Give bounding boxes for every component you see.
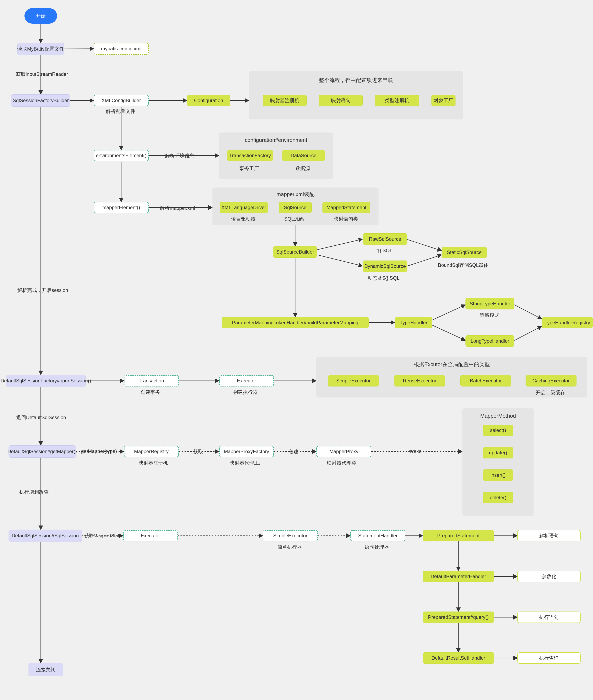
label-retdss: 返回DefaultSqlSession bbox=[16, 414, 66, 421]
node-dssss: DefaultSqlSession#SqlSession bbox=[8, 529, 82, 542]
label-createtx: 创建事务 bbox=[141, 389, 160, 396]
label-getmapper: getMapper(type) bbox=[81, 448, 117, 454]
node-datasource: DataSource bbox=[282, 150, 325, 161]
node-ol4: 执行查询 bbox=[517, 652, 581, 664]
label-mregcn: 映射器注册机 bbox=[139, 460, 168, 466]
node-th: TypeHandler bbox=[395, 317, 432, 328]
group-title-4: 根据Excutor在全局配置中的类型 bbox=[316, 361, 587, 368]
label-langdrv: 语言驱动器 bbox=[231, 216, 256, 222]
node-ssb: SqlSourceBuilder bbox=[273, 246, 317, 258]
node-xld: XMLLanguageDriver bbox=[220, 202, 268, 213]
label-simexec: 简单执行器 bbox=[277, 544, 302, 550]
node-bate: BatchExecutor bbox=[461, 375, 511, 386]
label-inputstream: 获取inputStreamReader bbox=[16, 71, 68, 77]
node-mreg: MapperRegistry bbox=[124, 446, 179, 457]
node-mapperstmt: 映射语句 bbox=[319, 95, 363, 106]
label-crud: 执行增删改查 bbox=[19, 489, 49, 495]
node-readcfg: 读取MyBatis配置文件 bbox=[17, 43, 64, 55]
node-dph: DefaultParameterHandler bbox=[423, 571, 494, 582]
node-mstmt: MappedStatement bbox=[322, 202, 370, 213]
label-mapstmtcls: 映射语句类 bbox=[334, 216, 358, 222]
node-psq: PreparedStatement#query() bbox=[423, 612, 494, 623]
node-cace: CachingExecutor bbox=[525, 375, 577, 386]
node-sth: StringTypeHandler bbox=[466, 298, 514, 309]
node-exec: Executor bbox=[219, 375, 274, 386]
node-objfactory: 对象工厂 bbox=[431, 95, 456, 106]
node-ol1: 解析语句 bbox=[517, 530, 581, 542]
node-pmth: ParameterMappingTokenHandler#buildParame… bbox=[222, 317, 369, 328]
node-lth: LongTypeHandler bbox=[466, 335, 514, 347]
group-title-5: MapperMethod bbox=[463, 413, 534, 419]
label-l2cache: 开启二级缓存 bbox=[536, 389, 565, 396]
node-ol2: 参数化 bbox=[517, 571, 581, 582]
node-cfgfile: mybatis-config.xml bbox=[94, 43, 149, 54]
node-mapperreg: 映射器注册机 bbox=[263, 95, 307, 106]
node-simex: SimpleExecutor bbox=[263, 530, 318, 542]
label-strategy: 策略模式 bbox=[480, 312, 499, 319]
label-createexec: 创建执行器 bbox=[233, 389, 258, 396]
node-tx: Transaction bbox=[124, 375, 179, 386]
group-title-3: mapper.xml装配 bbox=[212, 191, 379, 198]
label-stmthandler: 语句处理器 bbox=[365, 544, 389, 550]
node-reue: ReuseExecutor bbox=[394, 375, 445, 386]
label-boundsql: BoundSql存储SQL载体 bbox=[438, 262, 488, 268]
node-close: 连接关闭 bbox=[29, 663, 63, 676]
label-dynsql: 动态及${} SQL bbox=[368, 275, 399, 281]
node-xmlcfg: XMLConfigBuilder bbox=[94, 95, 149, 106]
node-delete: delete() bbox=[483, 492, 513, 503]
node-envel: environmentsElement() bbox=[94, 150, 149, 161]
node-drsh: DefaultResultSetHandler bbox=[423, 652, 494, 664]
node-select: select() bbox=[483, 425, 513, 436]
node-ps: PreparedStatement bbox=[423, 530, 494, 542]
node-dssgm: DefaultSqlSession#getMapper() bbox=[8, 445, 76, 457]
node-txfactory: TransactionFactory bbox=[227, 150, 273, 161]
node-dynss: DynamicSqlSource bbox=[363, 260, 407, 272]
label-txfactory: 事务工厂 bbox=[239, 165, 259, 172]
label-numsql: #{} SQL bbox=[375, 248, 392, 253]
node-insert: insert() bbox=[483, 470, 513, 481]
node-stmth: StatementHandler bbox=[350, 530, 405, 542]
node-rawss: RawSqlSource bbox=[363, 233, 407, 245]
node-ol3: 执行语句 bbox=[517, 612, 581, 623]
label-sqlsrc: SQL源码 bbox=[284, 216, 304, 222]
label-parsemapper: 解析mapper.xml bbox=[160, 205, 195, 211]
node-dsfopen: DefaultSqlSessionFactory#openSession() bbox=[6, 375, 86, 387]
label-parseenv: 解析环境信息 bbox=[165, 152, 194, 159]
node-typereg: 类型注册机 bbox=[375, 95, 419, 106]
label-invoke: invoke bbox=[407, 448, 422, 454]
label-mpfcn: 映射器代理工厂 bbox=[230, 460, 264, 466]
node-sfb: SqlSessionFactoryBuilder bbox=[11, 95, 70, 107]
node-mapel: mapperElement() bbox=[94, 202, 149, 213]
start-node: 开始 bbox=[25, 8, 57, 24]
group-title-1: 整个流程，都由配置项进来串联 bbox=[249, 77, 463, 84]
label-opensession: 解析完成，开启session bbox=[17, 287, 68, 294]
label-mproxycn: 映射器代理类 bbox=[327, 460, 356, 466]
label-parsecfg: 解析配置文件 bbox=[106, 108, 135, 115]
node-configuration: Configuration bbox=[187, 95, 230, 106]
node-sime: SimpleExecutor bbox=[328, 375, 379, 386]
node-update: update() bbox=[483, 447, 513, 458]
flowchart-canvas: 开始 读取MyBatis配置文件 mybatis-config.xml 获取in… bbox=[0, 0, 593, 700]
node-exec2: Executor bbox=[123, 530, 177, 542]
node-statss: StaticSqlSource bbox=[442, 247, 487, 258]
node-mpf: MapperProxyFactory bbox=[219, 446, 274, 457]
node-thr: TypeHandlerRegistry bbox=[542, 317, 593, 328]
label-create: 创建 bbox=[289, 448, 299, 455]
node-sqlsrc: SqlSource bbox=[279, 202, 312, 213]
label-get: 获取 bbox=[193, 448, 203, 455]
node-mproxy: MapperProxy bbox=[316, 446, 371, 457]
group-title-2: configuration#environment bbox=[219, 137, 333, 143]
label-datasource: 数据源 bbox=[295, 165, 310, 172]
